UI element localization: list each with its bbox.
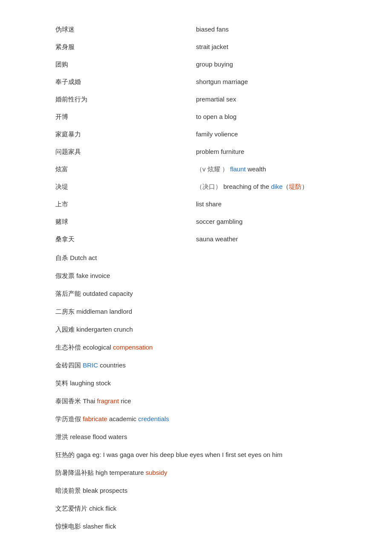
vocabulary-row: 学历造假 fabricate academic credentials bbox=[55, 414, 337, 424]
vocabulary-row: 狂热的 gaga eg: I was gaga over his deep bl… bbox=[55, 450, 337, 460]
english-translation: （决口） breaching of the dike（堤防） bbox=[196, 183, 337, 191]
vocabulary-row: 落后产能 outdated capacity bbox=[55, 289, 337, 299]
english-translation: soccer gambling bbox=[196, 218, 337, 226]
english-translation: shortgun marriage bbox=[196, 78, 337, 86]
chinese-term: 团购 bbox=[55, 61, 196, 69]
vocabulary-row: 文艺爱情片 chick flick bbox=[55, 503, 337, 514]
english-translation: problem furniture bbox=[196, 148, 337, 156]
chinese-term: 赌球 bbox=[55, 218, 196, 226]
chinese-term: 决堤 bbox=[55, 183, 196, 191]
two-col-table: 伪球迷biased fans紧身服strait jacket团购group bu… bbox=[55, 26, 337, 243]
vocabulary-row: 金砖四国 BRIC countries bbox=[55, 360, 337, 370]
english-translation: list share bbox=[196, 200, 337, 208]
english-translation: sauna weather bbox=[196, 235, 337, 243]
english-translation: group buying bbox=[196, 61, 337, 69]
vocabulary-row: 惊悚电影 slasher flick bbox=[55, 521, 337, 532]
single-rows-section: 自杀 Dutch act假发票 fake invoice落后产能 outdate… bbox=[55, 253, 337, 532]
vocabulary-row: 生态补偿 ecological compensation bbox=[55, 342, 337, 353]
english-translation: （v 炫耀 ） flaunt wealth bbox=[196, 165, 337, 173]
vocabulary-row: 假发票 fake invoice bbox=[55, 271, 337, 281]
chinese-term: 开博 bbox=[55, 113, 196, 121]
chinese-term: 问题家具 bbox=[55, 148, 196, 156]
vocabulary-row: 防暑降温补贴 high temperature subsidy bbox=[55, 468, 337, 478]
vocabulary-row: 暗淡前景 bleak prospects bbox=[55, 486, 337, 496]
vocabulary-row: 二房东 middleman landlord bbox=[55, 306, 337, 317]
english-translation: biased fans bbox=[196, 26, 337, 34]
chinese-term: 伪球迷 bbox=[55, 26, 196, 34]
chinese-term: 上市 bbox=[55, 200, 196, 208]
chinese-term: 家庭暴力 bbox=[55, 130, 196, 139]
vocabulary-row: 泄洪 release flood waters bbox=[55, 432, 337, 442]
vocabulary-row: 泰国香米 Thai fragrant rice bbox=[55, 396, 337, 406]
english-translation: premartial sex bbox=[196, 95, 337, 104]
vocabulary-row: 笑料 laughing stock bbox=[55, 378, 337, 388]
chinese-term: 桑拿天 bbox=[55, 235, 196, 243]
chinese-term: 紧身服 bbox=[55, 43, 196, 51]
english-translation: strait jacket bbox=[196, 43, 337, 51]
vocabulary-row: 入园难 kindergarten crunch bbox=[55, 324, 337, 335]
chinese-term: 炫富 bbox=[55, 165, 196, 173]
vocabulary-row: 自杀 Dutch act bbox=[55, 253, 337, 263]
english-translation: family volience bbox=[196, 130, 337, 139]
english-translation: to open a blog bbox=[196, 113, 337, 121]
chinese-term: 婚前性行为 bbox=[55, 95, 196, 104]
chinese-term: 奉子成婚 bbox=[55, 78, 196, 86]
glossary-container: 伪球迷biased fans紧身服strait jacket团购group bu… bbox=[55, 26, 337, 532]
